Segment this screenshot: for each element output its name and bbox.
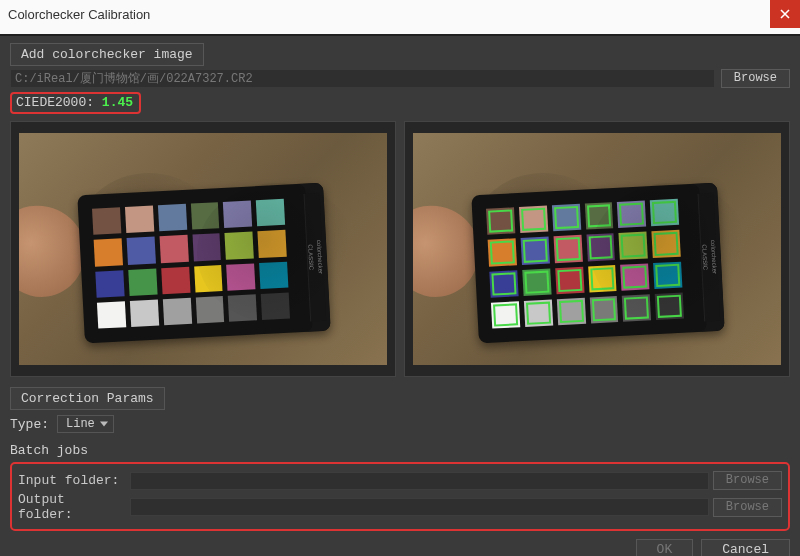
browse-output-folder-button[interactable]: Browse	[713, 498, 782, 517]
color-swatch	[555, 266, 584, 294]
dialog-body: Add colorchecker image C:/iReal/厦门博物馆/画/…	[0, 36, 800, 556]
card-brand-label: colorcheckerCLASSIC	[698, 193, 721, 322]
color-swatch	[491, 301, 520, 329]
type-row: Type: Line	[10, 415, 790, 433]
color-swatch	[652, 230, 681, 258]
titlebar: Colorchecker Calibration	[0, 0, 800, 28]
color-swatch	[125, 206, 154, 234]
color-swatch	[588, 265, 617, 293]
color-swatch	[259, 261, 288, 289]
card-brand-label: colorcheckerCLASSIC	[304, 193, 327, 322]
type-value: Line	[66, 417, 95, 431]
add-colorchecker-button[interactable]: Add colorchecker image	[10, 43, 204, 66]
color-swatch	[192, 233, 221, 261]
color-swatch	[584, 202, 613, 230]
color-swatch	[488, 239, 517, 267]
input-folder-label: Input folder:	[18, 473, 126, 488]
color-swatch	[619, 232, 648, 260]
color-swatch	[228, 294, 257, 322]
image-path-row: C:/iReal/厦门博物馆/画/022A7327.CR2 Browse	[10, 69, 790, 88]
type-select[interactable]: Line	[57, 415, 114, 433]
ciede-value: 1.45	[102, 95, 133, 110]
color-swatch	[158, 204, 187, 232]
color-swatch	[258, 230, 287, 258]
color-swatch	[162, 298, 191, 326]
color-swatch	[650, 199, 679, 227]
color-swatch	[159, 235, 188, 263]
swatch-grid	[486, 199, 684, 329]
color-swatch	[261, 292, 290, 320]
image-path-input[interactable]: C:/iReal/厦门博物馆/画/022A7327.CR2	[10, 69, 715, 88]
colorchecker-card-original: colorcheckerCLASSIC	[77, 183, 330, 344]
ciede-readout: CIEDE2000: 1.45	[10, 92, 141, 114]
chevron-down-icon	[100, 422, 108, 427]
output-folder-field[interactable]	[130, 498, 709, 516]
original-image: colorcheckerCLASSIC	[19, 133, 387, 365]
color-swatch	[126, 237, 155, 265]
color-swatch	[520, 237, 549, 265]
color-swatch	[92, 207, 121, 235]
output-folder-label: Output folder:	[18, 492, 126, 522]
swatch-grid	[92, 199, 290, 329]
color-swatch	[622, 294, 651, 322]
browse-input-folder-button[interactable]: Browse	[713, 471, 782, 490]
batch-jobs-label: Batch jobs	[10, 443, 790, 458]
input-folder-row: Input folder: Browse	[18, 471, 782, 490]
preview-original: colorcheckerCLASSIC	[10, 121, 396, 377]
output-folder-row: Output folder: Browse	[18, 492, 782, 522]
close-icon	[780, 9, 790, 19]
correction-params-tab[interactable]: Correction Params	[10, 387, 165, 410]
color-swatch	[489, 270, 518, 298]
color-swatch	[556, 298, 585, 326]
detected-image: colorcheckerCLASSIC	[413, 133, 781, 365]
window-title: Colorchecker Calibration	[8, 7, 150, 22]
color-swatch	[95, 270, 124, 298]
ciede-label: CIEDE2000:	[16, 95, 94, 110]
color-swatch	[190, 202, 219, 230]
color-swatch	[161, 266, 190, 294]
close-button[interactable]	[770, 0, 800, 28]
color-swatch	[653, 261, 682, 289]
color-swatch	[486, 207, 515, 235]
preview-row: colorcheckerCLASSIC colorcheckerCLASSIC	[10, 121, 790, 377]
color-swatch	[226, 263, 255, 291]
color-swatch	[589, 296, 618, 324]
cancel-button[interactable]: Cancel	[701, 539, 790, 556]
colorchecker-card-detected: colorcheckerCLASSIC	[471, 183, 724, 344]
color-swatch	[128, 268, 157, 296]
color-swatch	[522, 268, 551, 296]
color-swatch	[94, 239, 123, 267]
color-swatch	[553, 235, 582, 263]
color-swatch	[655, 292, 684, 320]
color-swatch	[195, 296, 224, 324]
dialog-footer: OK Cancel	[10, 539, 790, 556]
browse-image-button[interactable]: Browse	[721, 69, 790, 88]
color-swatch	[586, 233, 615, 261]
color-swatch	[519, 206, 548, 234]
batch-jobs-box: Input folder: Browse Output folder: Brow…	[10, 462, 790, 531]
preview-detected: colorcheckerCLASSIC	[404, 121, 790, 377]
input-folder-field[interactable]	[130, 472, 709, 490]
color-swatch	[194, 265, 223, 293]
color-swatch	[552, 204, 581, 232]
type-label: Type:	[10, 417, 49, 432]
color-swatch	[620, 263, 649, 291]
ok-button[interactable]: OK	[636, 539, 694, 556]
color-swatch	[617, 200, 646, 228]
color-swatch	[97, 301, 126, 329]
color-swatch	[256, 199, 285, 227]
color-swatch	[225, 232, 254, 260]
color-swatch	[130, 299, 159, 327]
color-swatch	[223, 200, 252, 228]
color-swatch	[524, 299, 553, 327]
